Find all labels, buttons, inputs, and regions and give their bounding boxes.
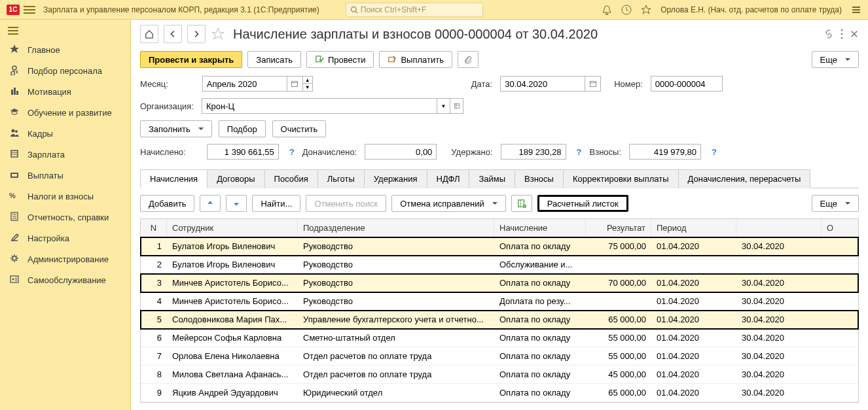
table-row[interactable]: 7Орлова Елена НиколаевнаОтдел расчетов п… [141,347,858,366]
sidebar-item-5[interactable]: Зарплата [0,144,130,165]
close-icon[interactable] [850,29,859,39]
payslip-button[interactable]: Расчетный листок [537,195,628,212]
tab-5[interactable]: НДФЛ [427,169,470,188]
tab-9[interactable]: Доначисления, перерасчеты [678,169,811,188]
tab-4[interactable]: Удержания [364,169,427,188]
extra-value[interactable] [365,144,437,160]
tab-3[interactable]: Льготы [317,169,365,188]
contrib-value[interactable] [629,144,701,160]
fill-button[interactable]: Заполнить [140,120,212,137]
settings-icon[interactable] [851,5,861,15]
date-calendar-button[interactable] [585,76,601,92]
tab-2[interactable]: Пособия [264,169,318,188]
table-row[interactable]: 2Булатов Игорь ВиленовичРуководствоОбслу… [141,256,858,274]
sidebar-collapse[interactable] [0,22,130,39]
post-button[interactable]: Провести [306,51,374,68]
sidebar-item-9[interactable]: Настройка [0,228,130,248]
sidebar-item-6[interactable]: Выплаты [0,165,130,186]
col-n[interactable]: N [141,219,167,237]
sidebar: ГлавноеПодбор персоналаМотивацияОбучение… [0,20,131,410]
post-and-close-button[interactable]: Провести и закрыть [140,51,242,68]
nav-icon [9,253,20,265]
month-input[interactable] [202,76,287,92]
tab-0[interactable]: Начисления [140,169,208,188]
sidebar-item-2[interactable]: Мотивация [0,81,130,102]
tab-7[interactable]: Взносы [515,169,564,188]
back-button[interactable] [164,25,182,43]
kebab-icon[interactable] [841,29,843,39]
home-button[interactable] [140,25,158,43]
month-spinner[interactable]: ▲▼ [303,76,313,92]
search-placeholder: Поиск Ctrl+Shift+F [361,5,427,14]
sidebar-item-10[interactable]: Администрирование [0,248,130,269]
col-department[interactable]: Подразделение [298,219,494,237]
col-o[interactable]: О [822,219,858,237]
table-row[interactable]: 3Минчев Аристотель Борисо...РуководствоО… [141,274,858,292]
nav-label: Кадры [27,129,53,139]
move-up-button[interactable] [200,195,221,212]
org-open-button[interactable] [450,98,463,114]
withheld-value[interactable] [501,144,566,160]
tab-more-button[interactable]: Еще [812,195,859,212]
number-input[interactable] [651,76,723,92]
table-row[interactable]: 4Минчев Аристотель Борисо...РуководствоД… [141,292,858,311]
tab-6[interactable]: Займы [469,169,515,188]
menu-icon[interactable] [24,4,35,16]
accrued-help[interactable]: ? [289,147,295,157]
date-input[interactable] [500,76,585,92]
bell-icon[interactable] [602,5,612,15]
cancel-search-button: Отменить поиск [306,195,386,212]
tab-1[interactable]: Договоры [207,169,264,188]
table-row[interactable]: 6Мейерсон Софья КарловнаСметно-штатный о… [141,329,858,347]
col-period[interactable]: Период [651,219,736,237]
svg-rect-11 [11,150,18,157]
table-row[interactable]: 9Яцкив Андрей ЭдуардовичЮридический отде… [141,384,858,402]
withheld-help[interactable]: ? [577,147,582,157]
move-down-button[interactable] [226,195,247,212]
global-search[interactable]: Поиск Ctrl+Shift+F [346,3,483,17]
more-button[interactable]: Еще [812,51,859,68]
favorite-star-icon[interactable] [211,27,225,41]
sidebar-item-8[interactable]: Отчетность, справки [0,207,130,228]
contrib-help[interactable]: ? [712,147,717,157]
cancel-fix-button[interactable]: Отмена исправлений [391,195,506,212]
col-accrual[interactable]: Начисление [494,219,586,237]
sidebar-item-0[interactable]: Главное [0,39,130,60]
org-dropdown-button[interactable]: ▼ [437,98,450,114]
clear-button[interactable]: Очистить [272,120,327,137]
contrib-label: Взносы: [590,147,622,157]
sidebar-item-11[interactable]: Самообслуживание [0,269,130,290]
star-icon[interactable] [641,5,651,15]
sidebar-item-3[interactable]: Обучение и развитие [0,102,130,123]
sidebar-item-7[interactable]: %Налоги и взносы [0,186,130,207]
svg-rect-6 [11,90,13,95]
write-button[interactable]: Записать [247,51,301,68]
svg-rect-5 [852,12,860,13]
table-row[interactable]: 5Солодовникова Мария Пах...Управление бу… [141,311,858,329]
col-employee[interactable]: Сотрудник [167,219,298,237]
table-row[interactable]: 8Милова Светлана Афанась...Отдел расчето… [141,366,858,384]
forward-button[interactable] [187,25,206,43]
org-input[interactable] [202,98,437,114]
sidebar-item-1[interactable]: Подбор персонала [0,60,130,81]
nav-label: Подбор персонала [27,66,102,76]
add-row-button[interactable]: Добавить [140,195,194,212]
pay-button[interactable]: Выплатить [379,51,452,68]
col-period2[interactable] [736,219,822,237]
username[interactable]: Орлова Е.Н. (Нач. отд. расчетов по оплат… [660,5,842,14]
show-columns-button[interactable] [511,195,532,212]
svg-rect-30 [316,56,321,62]
nav-icon [9,86,20,98]
nav-icon [9,128,20,140]
accrued-value[interactable] [207,144,279,160]
link-icon[interactable] [823,29,834,39]
find-button[interactable]: Найти... [252,195,300,212]
pick-button[interactable]: Подбор [219,120,266,137]
sidebar-item-4[interactable]: Кадры [0,123,130,144]
col-result[interactable]: Результат [586,219,651,237]
attach-button[interactable] [458,51,479,68]
history-icon[interactable] [621,5,632,15]
month-calendar-button[interactable] [287,76,303,92]
table-row[interactable]: 1Булатов Игорь ВиленовичРуководствоОплат… [141,237,858,256]
tab-8[interactable]: Корректировки выплаты [563,169,679,188]
